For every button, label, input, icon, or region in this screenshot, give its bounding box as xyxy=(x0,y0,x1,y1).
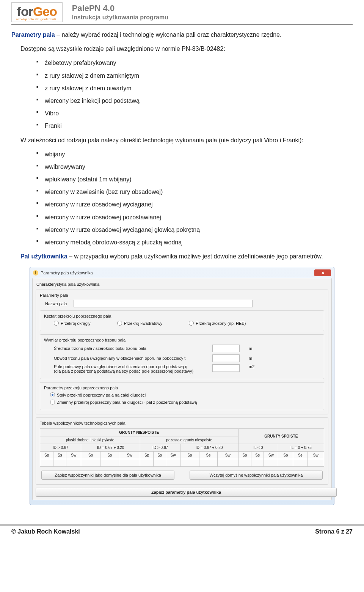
doc-subtitle: Instrukcja użytkowania programu xyxy=(72,14,168,21)
footer-page: Strona 6 z 27 xyxy=(315,528,353,535)
coef-input[interactable] xyxy=(217,459,238,467)
load-defaults-button[interactable]: Wczytaj domyślne współczynniki pala użyt… xyxy=(190,471,323,480)
radio-shape-composite[interactable]: Przekrój złożony (np. HEB) xyxy=(189,321,246,326)
unit-label: m xyxy=(249,346,252,351)
group-title: Tabela współczynników technologicznych p… xyxy=(40,421,324,425)
list-item: wiercony w rurze obsadowej pozostawianej xyxy=(45,212,353,222)
info-icon: i xyxy=(33,270,38,276)
dim-area-label: Pole podstawy pala uwzględniane w oblicz… xyxy=(54,364,206,373)
doc-title: PalePN 4.0 xyxy=(72,3,168,13)
dim-diameter-label: Średnica trzonu pala / szerokość boku tr… xyxy=(54,346,206,351)
list-item: z rury stalowej z dnem otwartym xyxy=(45,83,353,93)
dialog-title: Parametry pala użytkownika xyxy=(41,271,93,275)
coef-input[interactable] xyxy=(66,459,81,467)
para-3: W zależności od rodzaju pala należy okre… xyxy=(11,135,353,145)
coef-input[interactable] xyxy=(308,459,324,467)
dim-perimeter-input[interactable] xyxy=(212,354,240,362)
footer-author: © Jakub Roch Kowalski xyxy=(11,528,80,535)
radio-shape-square[interactable]: Przekrój kwadratowy xyxy=(117,321,162,326)
coef-input[interactable] xyxy=(278,459,293,467)
list-pile-types: żelbetowy prefabrykowany z rury stalowej… xyxy=(11,58,353,131)
list-item: wiercony w rurze obsadowej wyciąganej gł… xyxy=(45,225,353,235)
section-heading: Paramerty pala xyxy=(40,293,324,298)
coef-input[interactable] xyxy=(199,459,217,467)
list-item: żelbetowy prefabrykowany xyxy=(45,58,353,68)
list-item: wiercony metodą obrotowo-ssącą z płuczką… xyxy=(45,237,353,247)
list-item: wiercony w rurze obsadowej wyciąganej xyxy=(45,199,353,209)
logo: forGeo rozwiązania dla geotechniki xyxy=(11,2,63,22)
radio-section-constant[interactable]: Stały przekrój poprzeczny pala na całej … xyxy=(50,392,146,397)
save-parameters-button[interactable]: Zapisz parametry pala użytkownika xyxy=(36,488,337,497)
para-1: Parametry pala – należy wybrać rodzaj i … xyxy=(11,30,353,40)
dim-perimeter-label: Obwód trzonu pala uwzględniany w oblicze… xyxy=(54,356,206,361)
dim-area-input[interactable] xyxy=(212,364,240,372)
coef-input[interactable] xyxy=(264,459,278,467)
para-4: Pal użytkownika – w przypadku wyboru pal… xyxy=(11,251,353,261)
radio-shape-round[interactable]: Przekrój okrągły xyxy=(54,321,91,326)
dim-diameter-input[interactable] xyxy=(212,345,240,352)
list-technologies: wbijany wwibrowywany wpłukiwany (ostatni… xyxy=(11,149,353,248)
coef-input[interactable] xyxy=(180,459,199,467)
coef-input[interactable] xyxy=(81,459,100,467)
coefficients-table: GRUNTY NIESPOISTE GRUNTY SPOISTE piaski … xyxy=(40,428,324,467)
group-title: Kształt przekroju poprzecznego pala xyxy=(44,314,320,318)
coef-input[interactable] xyxy=(100,459,119,467)
coef-input[interactable] xyxy=(40,459,53,467)
group-title: Wymiar przekroju poprzecznego trzonu pal… xyxy=(44,338,320,342)
coef-input[interactable] xyxy=(251,459,264,467)
save-defaults-button[interactable]: Zapisz współczynniki jako domyślne dla p… xyxy=(41,471,174,480)
list-item: Vibro xyxy=(45,108,353,118)
section-heading: Charakterystyka pala użytkownika xyxy=(36,282,328,287)
coef-input[interactable] xyxy=(293,459,308,467)
para-2: Dostępne są wszystkie rodzaje pali uwzgl… xyxy=(11,44,353,54)
radio-section-variable[interactable]: Zmienny przekrój poprzeczny pala na dług… xyxy=(50,400,197,405)
coef-input[interactable] xyxy=(53,459,66,467)
list-item: z rury stalowej z dnem zamkniętym xyxy=(45,71,353,81)
page-header: forGeo rozwiązania dla geotechniki PaleP… xyxy=(11,0,353,24)
list-item: wiercony w zawiesinie (bez rury obsadowe… xyxy=(45,187,353,197)
list-item: wpłukiwany (ostatni 1m wbijany) xyxy=(45,174,353,184)
unit-label: m2 xyxy=(249,364,254,369)
list-item: wiercony bez iniekcji pod podstawą xyxy=(45,96,353,106)
coef-input[interactable] xyxy=(119,459,140,467)
coef-input[interactable] xyxy=(238,459,251,467)
coef-input[interactable] xyxy=(166,459,180,467)
list-item: wwibrowywany xyxy=(45,162,353,172)
list-item: Franki xyxy=(45,121,353,131)
pile-name-label: Nazwa pala xyxy=(45,301,67,306)
group-title: Parametry przekroju poprzecznego pala xyxy=(44,386,320,390)
unit-label: m xyxy=(249,356,252,361)
dialog-user-pile: i Parametry pala użytkownika ✕ Charakter… xyxy=(30,267,334,505)
close-button[interactable]: ✕ xyxy=(314,269,331,276)
pile-name-input[interactable] xyxy=(74,300,253,307)
list-item: wbijany xyxy=(45,149,353,159)
coef-input[interactable] xyxy=(153,459,166,467)
coef-input[interactable] xyxy=(140,459,153,467)
header-rule xyxy=(11,24,353,25)
